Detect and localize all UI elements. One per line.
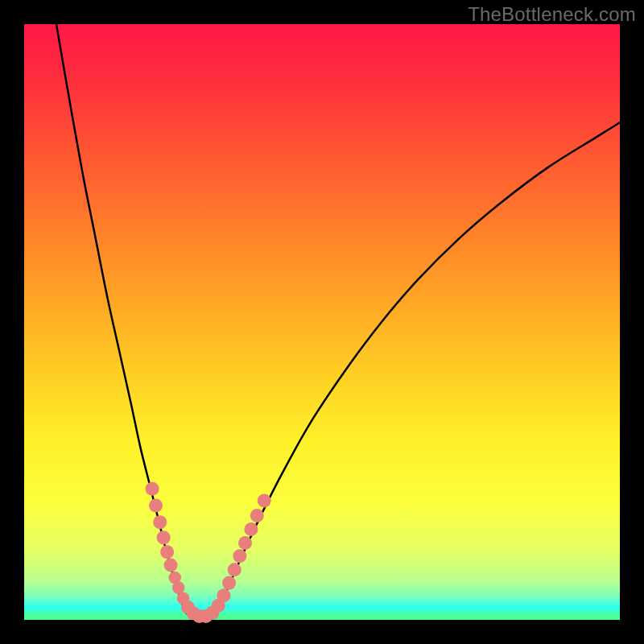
data-marker (244, 522, 258, 536)
data-marker (217, 588, 230, 602)
bottleneck-curve (56, 24, 620, 617)
data-marker (164, 558, 178, 572)
data-marker (222, 576, 236, 590)
data-marker (146, 482, 159, 496)
chart-frame: TheBottleneck.com (0, 0, 644, 644)
data-marker (157, 530, 171, 544)
data-marker (250, 509, 264, 522)
data-marker (172, 581, 185, 594)
data-marker (238, 536, 252, 550)
curve-svg (24, 24, 620, 620)
data-marker (160, 545, 174, 559)
plot-area (24, 24, 620, 620)
curve-group (56, 24, 620, 617)
data-marker (153, 515, 167, 529)
marker-group (146, 482, 271, 623)
data-marker (149, 498, 163, 512)
watermark-text: TheBottleneck.com (468, 3, 636, 26)
data-marker (228, 563, 242, 576)
data-marker (233, 549, 246, 563)
data-marker (258, 493, 271, 507)
